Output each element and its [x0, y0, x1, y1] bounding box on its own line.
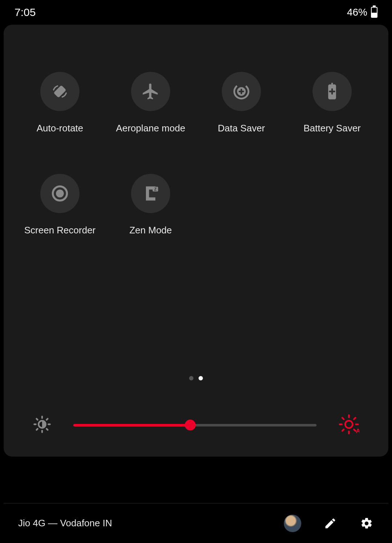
- tile-battery-saver[interactable]: Battery Saver: [287, 72, 377, 134]
- brightness-slider[interactable]: [73, 424, 317, 426]
- brightness-icon: [33, 415, 52, 435]
- auto-rotate-icon: [40, 72, 79, 111]
- page-indicator[interactable]: [4, 376, 388, 380]
- brightness-slider-fill: [73, 424, 190, 426]
- footer-bar: Jio 4G — Vodafone IN: [4, 503, 388, 543]
- footer-icons: [284, 515, 374, 532]
- status-right: 46%: [347, 7, 377, 18]
- tile-label: Auto-rotate: [37, 123, 83, 134]
- svg-line-23: [354, 418, 355, 419]
- svg-point-4: [56, 189, 64, 197]
- auto-brightness-button[interactable]: A: [338, 414, 359, 436]
- svg-line-14: [46, 419, 48, 420]
- tile-label: Zen Mode: [129, 225, 172, 236]
- tile-label: Data Saver: [218, 123, 265, 134]
- page-dot-0[interactable]: [189, 376, 193, 380]
- svg-point-24: [345, 421, 352, 428]
- tiles-grid: Auto-rotate Aeroplane mode Data Saver Ba…: [4, 72, 388, 236]
- svg-text:A: A: [356, 428, 359, 434]
- settings-button[interactable]: [359, 516, 374, 531]
- svg-line-22: [342, 429, 344, 431]
- quick-settings-panel: Auto-rotate Aeroplane mode Data Saver Ba…: [4, 25, 388, 457]
- battery-icon: [371, 7, 377, 18]
- svg-line-12: [46, 429, 48, 430]
- user-avatar[interactable]: [284, 515, 301, 532]
- carrier-label: Jio 4G — Vodafone IN: [18, 518, 284, 529]
- brightness-row: A: [4, 414, 388, 436]
- airplane-icon: [131, 72, 170, 111]
- svg-line-21: [354, 429, 355, 431]
- data-saver-icon: [222, 72, 261, 111]
- svg-line-13: [37, 429, 38, 430]
- tile-label: Screen Recorder: [24, 225, 96, 236]
- status-time: 7:05: [15, 6, 36, 19]
- battery-fill: [372, 13, 377, 17]
- svg-line-20: [342, 418, 344, 419]
- tile-label: Battery Saver: [303, 123, 361, 134]
- brightness-slider-thumb[interactable]: [185, 420, 196, 430]
- battery-percent-label: 46%: [347, 7, 367, 18]
- zen-mode-icon: Z: [131, 174, 170, 213]
- battery-saver-icon: [313, 72, 352, 111]
- status-bar: 7:05 46%: [0, 0, 392, 25]
- gear-icon: [360, 517, 373, 530]
- edit-button[interactable]: [323, 516, 338, 531]
- tile-screen-recorder[interactable]: Screen Recorder: [15, 174, 105, 236]
- svg-line-11: [37, 419, 38, 420]
- tile-data-saver[interactable]: Data Saver: [196, 72, 287, 134]
- screen-recorder-icon: [40, 174, 79, 213]
- tile-zen-mode[interactable]: Z Zen Mode: [105, 174, 196, 236]
- svg-text:Z: Z: [154, 187, 157, 191]
- pencil-icon: [324, 517, 337, 530]
- tile-aeroplane-mode[interactable]: Aeroplane mode: [105, 72, 196, 134]
- tile-label: Aeroplane mode: [116, 123, 185, 134]
- tile-auto-rotate[interactable]: Auto-rotate: [15, 72, 105, 134]
- page-dot-1[interactable]: [199, 376, 203, 380]
